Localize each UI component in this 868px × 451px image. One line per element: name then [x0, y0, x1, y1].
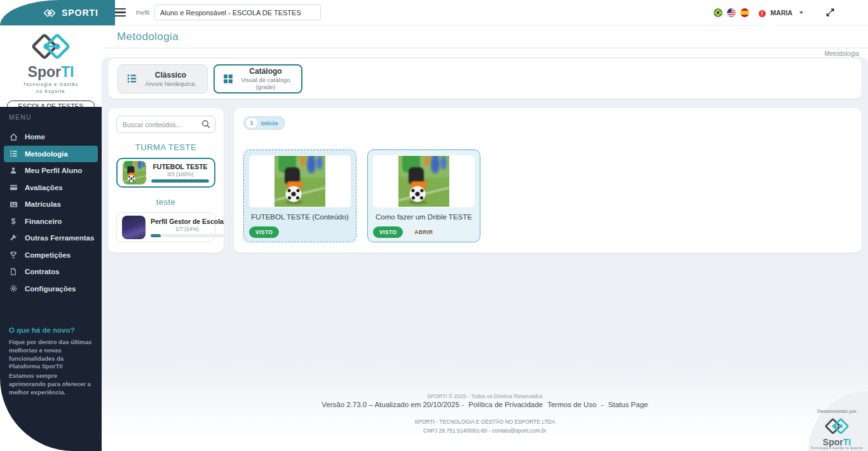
- wrench-icon: [9, 233, 18, 242]
- list-icon: [9, 149, 18, 158]
- breadcrumb-number: 1: [246, 118, 257, 128]
- sidebar-item-contratos[interactable]: Contratos: [4, 263, 98, 281]
- gear-icon: [9, 284, 18, 293]
- sidebar-item-metodologia[interactable]: Metodologia: [4, 146, 98, 163]
- id-card-icon: [9, 200, 18, 209]
- card-title: FUTEBOL TESTE (Conteúdo): [249, 213, 351, 221]
- app-window: Clássico Árvore hierárquica. Catálogo Vi…: [0, 0, 868, 451]
- usa-flag-icon[interactable]: [727, 8, 736, 17]
- sporti-tagline: Tecnologia e Gestão no Esporte: [810, 447, 864, 450]
- view-mode-classic[interactable]: Clássico Árvore hierárquica.: [118, 64, 208, 94]
- group-heading: TURMA TESTE: [116, 142, 215, 152]
- document-icon: [9, 267, 18, 276]
- catalog-card[interactable]: Como fazer um Drible TESTE VISTO ABRIR: [367, 149, 480, 242]
- footer-cnpj: CNPJ 29.751.514/0001-60 - contato@sporti…: [102, 427, 868, 434]
- view-mode-catalog[interactable]: Catálogo Visual de catálogo (grade): [214, 64, 302, 94]
- notification-badge[interactable]: !: [758, 10, 766, 18]
- developed-by: Desenvolvido por SporTI Tecnologia e Ges…: [810, 408, 864, 450]
- topbar: Perfil: ! MARIA: [102, 0, 868, 25]
- group-heading: teste: [116, 197, 215, 207]
- breadcrumb: Metodologia: [825, 50, 859, 57]
- home-icon: [9, 132, 18, 141]
- card-image: [249, 155, 351, 207]
- view-mode-subtitle: Árvore hierárquica.: [144, 80, 197, 87]
- sidebar-item-financeiro[interactable]: $ Financeiro: [4, 213, 98, 230]
- privacy-policy-link[interactable]: Política de Privacidade: [468, 401, 543, 408]
- developed-by-label: Desenvolvido por: [810, 408, 864, 414]
- search-input[interactable]: [116, 116, 215, 133]
- sidebar-item-configuracoes[interactable]: Configurações: [4, 281, 98, 298]
- footer: SPORTI © 2025 - Todos os Direitos Reserv…: [102, 393, 868, 434]
- open-button[interactable]: ABRIR: [408, 226, 439, 238]
- sporti-logo: SporTI Tecnologia e Gestãono Esporte: [0, 29, 102, 95]
- sidebar-item-matriculas[interactable]: Matrículas: [4, 196, 98, 213]
- sidebar-item-competicoes[interactable]: Competições: [4, 247, 98, 264]
- status-page-link[interactable]: Status Page: [608, 401, 648, 408]
- list-icon: [126, 73, 137, 84]
- content-item-title: FUTEBOL TESTE: [151, 163, 209, 170]
- brand-name: SPORTI: [62, 8, 98, 18]
- catalog-breadcrumb-chip[interactable]: 1 Início: [243, 116, 285, 130]
- profile-select-input[interactable]: [154, 4, 321, 20]
- footer-company: SPORTI - TECNOLOGIA E GESTÃO NO ESPORTE …: [102, 419, 868, 425]
- sporti-logo-icon: [27, 29, 74, 64]
- content-group-item[interactable]: FUTEBOL TESTE 3/3 (100%): [116, 158, 215, 188]
- catalog-panel: 1 Início FUTEBOL TESTE (Conteúdo) VISTO: [234, 108, 862, 253]
- content-item-progress-text: 3/3 (100%): [151, 171, 209, 177]
- card-image: [373, 155, 475, 207]
- sporti-wordmark: SporTI: [0, 65, 102, 80]
- user-name: MARIA: [771, 9, 792, 17]
- content-canvas: Clássico Árvore hierárquica. Catálogo Vi…: [102, 57, 868, 451]
- dollar-icon: $: [9, 217, 18, 226]
- progress-bar: [151, 234, 224, 237]
- footer-version: Versão 2.73.0 – Atualizado em 20/10/2025…: [322, 401, 464, 408]
- sporti-wordmark: SporTI: [810, 438, 864, 447]
- content-item-progress-text: 1/7 (14%): [151, 226, 224, 232]
- sidebar-item-avaliacoes[interactable]: Avaliações: [4, 179, 98, 197]
- whats-new-section: O que há de novo? Fique por dentro das ú…: [9, 326, 93, 397]
- content-thumbnail: [123, 161, 146, 184]
- card-title: Como fazer um Drible TESTE: [373, 213, 475, 221]
- whats-new-text: Fique por dentro das últimas melhorias e…: [9, 338, 93, 371]
- catalog-card[interactable]: FUTEBOL TESTE (Conteúdo) VISTO: [243, 149, 356, 242]
- user-icon: [9, 166, 18, 175]
- contents-sidebar-panel: TURMA TESTE FUTEBOL TESTE 3/3 (100%) tes…: [108, 108, 224, 253]
- sidebar-item-meu-perfil-aluno[interactable]: Meu Perfil Aluno: [4, 162, 98, 179]
- progress-bar: [151, 179, 209, 183]
- trophy-icon: [9, 251, 18, 260]
- footer-copyright: SPORTI © 2025 - Todos os Direitos Reserv…: [102, 393, 868, 399]
- status-badge: VISTO: [249, 226, 279, 238]
- expand-icon[interactable]: [825, 8, 835, 17]
- content-item-title: Perfil Gestor de Escola: [151, 218, 224, 225]
- breadcrumb-label: Início: [261, 120, 278, 127]
- content-thumbnail: [122, 216, 146, 239]
- grid-icon: [223, 74, 233, 84]
- view-mode-bar: Clássico Árvore hierárquica. Catálogo Vi…: [108, 59, 862, 99]
- terms-of-use-link[interactable]: Termos de Uso: [547, 401, 596, 408]
- sidebar-item-outras-ferramentas[interactable]: Outras Ferramentas: [4, 230, 98, 247]
- menu-section-label: MENU: [0, 107, 102, 123]
- sporti-brand-icon: [43, 8, 57, 18]
- status-badge: VISTO: [373, 226, 403, 238]
- sporti-logo-icon: [822, 415, 851, 438]
- sidebar-item-home[interactable]: Home: [4, 128, 98, 146]
- card-icon: [9, 183, 18, 192]
- page-titlebar: Metodologia: [102, 25, 868, 48]
- sidebar-menu-area: MENU Home Metodologia Meu Perfil Aluno A…: [0, 107, 102, 451]
- whats-new-title: O que há de novo?: [9, 326, 93, 334]
- view-mode-title: Clássico: [144, 71, 197, 80]
- content-group-item[interactable]: Perfil Gestor de Escola 1/7 (14%): [116, 212, 215, 242]
- sporti-tagline: Tecnologia e Gestãono Esporte: [0, 81, 102, 95]
- caret-down-icon: [799, 11, 803, 14]
- spain-flag-icon[interactable]: [740, 8, 749, 17]
- profile-label: Perfil:: [136, 10, 151, 16]
- view-mode-subtitle: Visual de catálogo (grade): [240, 76, 291, 90]
- view-mode-title: Catálogo: [240, 67, 291, 76]
- brazil-flag-icon[interactable]: [714, 8, 722, 17]
- whats-new-text: Estamos sempre aprimorando para oferecer…: [9, 372, 93, 396]
- search-icon: [201, 120, 210, 128]
- sidebar: SporTI Tecnologia e Gestãono Esporte ESC…: [0, 0, 102, 451]
- hamburger-menu-icon[interactable]: [114, 6, 127, 19]
- footer-separator: -: [601, 401, 604, 408]
- page-title: Metodologia: [117, 31, 179, 43]
